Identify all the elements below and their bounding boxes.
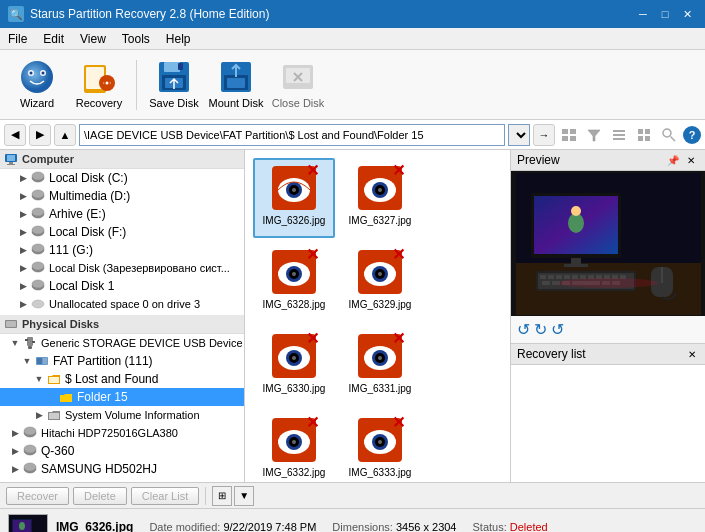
tree-panel: Computer ▶ Local Disk (C:) ▶ Multimedia …: [0, 150, 245, 482]
svg-rect-27: [638, 129, 643, 134]
menu-view[interactable]: View: [72, 30, 114, 48]
recovery-list-close-button[interactable]: ✕: [685, 347, 699, 361]
tree-111-g[interactable]: ▶ 111 (G:): [0, 241, 244, 259]
svg-rect-30: [645, 136, 650, 141]
delete-button[interactable]: Delete: [73, 487, 127, 505]
svg-point-68: [24, 463, 36, 471]
tree-sysvolinfo[interactable]: ▶ System Volume Information: [0, 406, 244, 424]
hdd-icon: [30, 188, 46, 204]
tree-item-label: Local Disk (Зарезервировано сист...: [49, 262, 230, 274]
file-icon: ✕: [270, 332, 318, 380]
clear-list-button[interactable]: Clear List: [131, 487, 199, 505]
view-down-button[interactable]: ▼: [234, 486, 254, 506]
menu-edit[interactable]: Edit: [35, 30, 72, 48]
svg-rect-26: [613, 138, 625, 140]
close-button[interactable]: ✕: [677, 5, 697, 23]
layout-grid-button[interactable]: [633, 124, 655, 146]
file-item-img6332[interactable]: ✕ IMG_6332.jpg: [253, 410, 335, 482]
tree-item-label: Folder 15: [77, 390, 128, 404]
file-item-img6331[interactable]: ✕ IMG_6331.jpg: [339, 326, 421, 406]
layout-list-button[interactable]: [608, 124, 630, 146]
wizard-button[interactable]: Wizard: [8, 55, 66, 115]
toolbar-separator: [205, 487, 206, 505]
partition-icon: [34, 353, 50, 369]
tree-item-label: 111 (G:): [49, 243, 93, 257]
save-disk-button[interactable]: Save Disk: [145, 55, 203, 115]
tree-hitachi[interactable]: ▶ Hitachi HDP725016GLA380: [0, 424, 244, 442]
svg-rect-171: [548, 275, 554, 279]
tree-section-computer: Computer: [0, 150, 244, 169]
svg-text:✕: ✕: [306, 332, 318, 347]
menu-tools[interactable]: Tools: [114, 30, 158, 48]
file-label: IMG_6332.jpg: [263, 466, 326, 479]
menu-file[interactable]: File: [0, 30, 35, 48]
recover-button[interactable]: Recover: [6, 487, 69, 505]
tree-local-disk-c[interactable]: ▶ Local Disk (C:): [0, 169, 244, 187]
tree-folder-15[interactable]: Folder 15: [0, 388, 244, 406]
go-button[interactable]: →: [533, 124, 555, 146]
toolbar-separator-1: [136, 60, 137, 110]
up-button[interactable]: ▲: [54, 124, 76, 146]
tree-lost-found[interactable]: ▼ $ Lost and Found: [0, 370, 244, 388]
hdd-icon: [30, 242, 46, 258]
refresh-button-2[interactable]: ↻: [534, 320, 547, 339]
address-dropdown[interactable]: [508, 124, 530, 146]
maximize-button[interactable]: □: [655, 5, 675, 23]
file-item-img6328[interactable]: ✕ IMG_6328.jpg: [253, 242, 335, 322]
file-item-img6333[interactable]: ✕ IMG_6333.jpg: [339, 410, 421, 482]
close-disk-button[interactable]: Close Disk: [269, 55, 327, 115]
svg-rect-23: [570, 136, 576, 141]
recovery-button[interactable]: Recovery: [70, 55, 128, 115]
menu-help[interactable]: Help: [158, 30, 199, 48]
svg-point-40: [32, 190, 44, 198]
hdd-icon: [30, 224, 46, 240]
svg-rect-61: [49, 377, 59, 383]
address-input[interactable]: [79, 124, 505, 146]
view-grid-button[interactable]: ⊞: [212, 486, 232, 506]
preview-close-button[interactable]: ✕: [683, 153, 699, 167]
svg-point-44: [32, 226, 44, 234]
tree-multimedia-d[interactable]: ▶ Multimedia (D:): [0, 187, 244, 205]
svg-rect-174: [572, 275, 578, 279]
status-dimensions-label: Dimensions:: [332, 521, 393, 533]
view-options-button[interactable]: [558, 124, 580, 146]
file-icon: ✕: [270, 416, 318, 464]
tree-samsung[interactable]: ▶ SAMSUNG HD502HJ: [0, 460, 244, 478]
preview-pin-button[interactable]: 📌: [665, 153, 681, 167]
file-icon: ✕: [270, 248, 318, 296]
tree-item-label: Local Disk 1: [49, 279, 114, 293]
search-button[interactable]: [658, 124, 680, 146]
wizard-icon: [19, 59, 55, 95]
help-button[interactable]: ?: [683, 126, 701, 144]
tree-arhive-e[interactable]: ▶ Arhive (E:): [0, 205, 244, 223]
refresh-button-3[interactable]: ↺: [551, 320, 564, 339]
tree-item-label: System Volume Information: [65, 409, 200, 421]
refresh-button-1[interactable]: ↺: [517, 320, 530, 339]
svg-point-4: [42, 71, 45, 74]
file-label: IMG_6327.jpg: [349, 214, 412, 227]
back-button[interactable]: ◀: [4, 124, 26, 146]
preview-refresh-buttons: ↺ ↻ ↺: [511, 316, 705, 343]
svg-point-91: [378, 272, 382, 276]
file-item-img6330[interactable]: ✕ IMG_6330.jpg: [253, 326, 335, 406]
forward-button[interactable]: ▶: [29, 124, 51, 146]
tree-local-disk-f[interactable]: ▶ Local Disk (F:): [0, 223, 244, 241]
preview-panel: Preview 📌 ✕: [510, 150, 705, 482]
minimize-button[interactable]: ─: [633, 5, 653, 23]
recovery-label: Recovery: [76, 97, 122, 110]
tree-usb-device[interactable]: ▼ Generic STORAGE DEVICE USB Device: [0, 334, 244, 352]
tree-unallocated[interactable]: ▶ Unallocated space 0 on drive 3: [0, 295, 244, 313]
tree-q360[interactable]: ▶ Q-360: [0, 442, 244, 460]
tree-fat-partition[interactable]: ▼ FAT Partition (111): [0, 352, 244, 370]
tree-local-disk-1[interactable]: ▶ Local Disk 1: [0, 277, 244, 295]
tree-local-disk-0[interactable]: ▶ Local Disk (Зарезервировано сист...: [0, 259, 244, 277]
mount-disk-button[interactable]: Mount Disk: [207, 55, 265, 115]
status-row-1: IMG_6326.jpg Date modified: 9/22/2019 7:…: [56, 520, 697, 533]
title-bar-left: 🔍 Starus Partition Recovery 2.8 (Home Ed…: [8, 6, 269, 22]
file-item-img6327[interactable]: ✕ IMG_6327.jpg: [339, 158, 421, 238]
file-item-img6326[interactable]: ✕ IMG_6326.jpg: [253, 158, 335, 238]
svg-line-32: [671, 136, 676, 141]
svg-rect-53: [6, 321, 16, 327]
filter-button[interactable]: [583, 124, 605, 146]
file-item-img6329[interactable]: ✕ IMG_6329.jpg: [339, 242, 421, 322]
